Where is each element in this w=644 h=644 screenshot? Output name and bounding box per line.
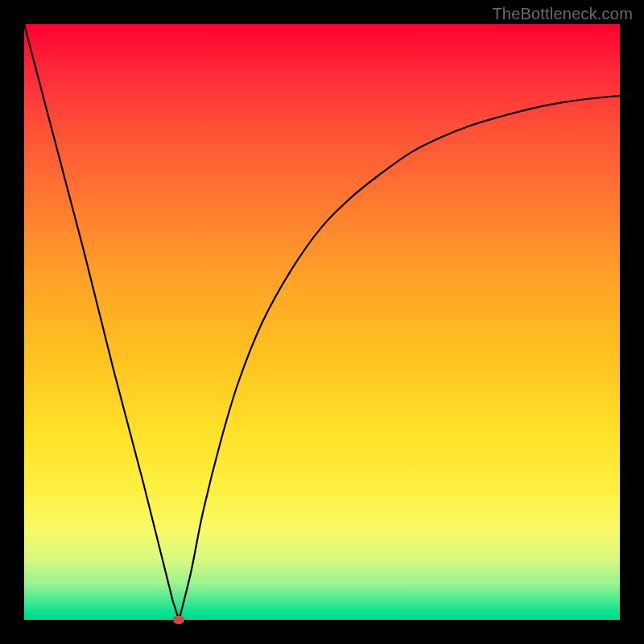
min-marker <box>173 616 184 624</box>
curve-layer <box>24 24 620 620</box>
attribution-label: TheBottleneck.com <box>492 5 633 23</box>
bottleneck-curve-right <box>179 96 620 620</box>
chart-frame: TheBottleneck.com <box>0 0 644 644</box>
bottleneck-curve-left <box>24 24 179 620</box>
plot-area <box>24 24 620 620</box>
